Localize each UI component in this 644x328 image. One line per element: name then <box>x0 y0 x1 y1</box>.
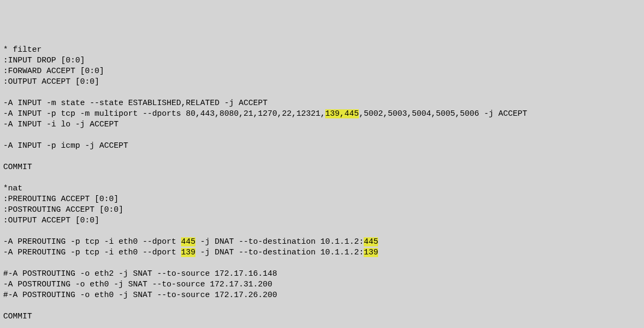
line: -A PREROUTING -p tcp -i eth0 --dport 445… <box>3 237 378 246</box>
line: #-A POSTROUTING -o eth0 -j SNAT --to-sou… <box>3 291 277 300</box>
iptables-config: * filter :INPUT DROP [0:0] :FORWARD ACCE… <box>3 45 641 322</box>
line: COMMIT <box>3 312 32 321</box>
highlight: 139,445 <box>325 109 359 118</box>
line: :POSTROUTING ACCEPT [0:0] <box>3 205 123 214</box>
line: -A INPUT -i lo -j ACCEPT <box>3 120 119 129</box>
line: :OUTPUT ACCEPT [0:0] <box>3 77 99 86</box>
line: -A PREROUTING -p tcp -i eth0 --dport 139… <box>3 248 378 257</box>
line: :INPUT DROP [0:0] <box>3 56 85 65</box>
line: #-A POSTROUTING -o eth2 -j SNAT --to-sou… <box>3 269 277 278</box>
line: -A INPUT -m state --state ESTABLISHED,RE… <box>3 99 268 108</box>
line: -A POSTROUTING -o eth0 -j SNAT --to-sour… <box>3 280 272 289</box>
line: COMMIT <box>3 163 32 172</box>
highlight: 445 <box>181 237 195 246</box>
highlight: 139 <box>181 248 195 257</box>
line: :PREROUTING ACCEPT [0:0] <box>3 195 119 204</box>
line: -A INPUT -p tcp -m multiport --dports 80… <box>3 109 527 118</box>
line: -A INPUT -p icmp -j ACCEPT <box>3 141 128 150</box>
highlight: 139 <box>364 248 378 257</box>
highlight: 445 <box>364 237 378 246</box>
line: :OUTPUT ACCEPT [0:0] <box>3 216 99 225</box>
line: *nat <box>3 184 22 193</box>
line: :FORWARD ACCEPT [0:0] <box>3 67 104 76</box>
line: * filter <box>3 45 42 54</box>
